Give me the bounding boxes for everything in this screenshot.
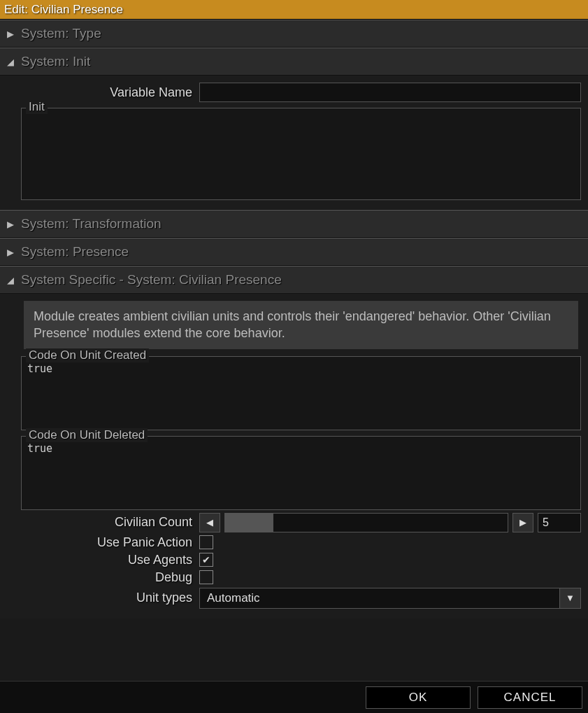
group-legend-code-deleted: Code On Unit Deleted	[26, 428, 148, 442]
group-legend-code-created: Code On Unit Created	[26, 348, 149, 362]
row-unit-types: Unit types Automatic ▼	[21, 588, 581, 609]
ok-button[interactable]: OK	[366, 686, 471, 709]
label-use-panic: Use Panic Action	[21, 535, 199, 550]
slider-fill	[225, 514, 273, 532]
slider-track[interactable]	[224, 513, 508, 532]
code-deleted-input[interactable]	[27, 442, 575, 501]
unit-types-dropdown[interactable]: Automatic ▼	[199, 588, 581, 609]
collapse-icon: ◢	[0, 57, 21, 67]
label-debug: Debug	[21, 570, 199, 585]
expand-icon: ▶	[0, 247, 21, 257]
row-variable-name: Variable Name	[21, 83, 581, 102]
use-panic-checkbox[interactable]	[199, 535, 213, 549]
variable-name-input[interactable]	[199, 83, 581, 102]
row-civilian-count: Civilian Count ◀ ▶	[21, 513, 581, 532]
section-header-presence[interactable]: ▶ System: Presence	[0, 238, 588, 266]
init-code-input[interactable]	[27, 114, 575, 191]
unit-types-value: Automatic	[199, 588, 560, 609]
label-unit-types: Unit types	[21, 591, 199, 605]
label-variable-name: Variable Name	[21, 85, 199, 100]
section-header-transformation[interactable]: ▶ System: Transformation	[0, 210, 588, 238]
slider-increment-button[interactable]: ▶	[512, 513, 533, 532]
slider-decrement-button[interactable]: ◀	[199, 513, 220, 532]
section-label-init: System: Init	[21, 54, 90, 69]
section-label-type: System: Type	[21, 26, 101, 41]
label-civilian-count: Civilian Count	[21, 515, 199, 530]
section-header-init[interactable]: ◢ System: Init	[0, 48, 588, 76]
section-label-transformation: System: Transformation	[21, 216, 162, 232]
section-label-presence: System: Presence	[21, 244, 129, 260]
section-label-specific: System Specific - System: Civilian Prese…	[21, 272, 282, 288]
group-code-created: Code On Unit Created	[21, 356, 581, 430]
label-use-agents: Use Agents	[21, 553, 199, 567]
civilian-count-slider: ◀ ▶	[199, 513, 581, 532]
window-title: Edit: Civilian Presence	[4, 3, 123, 17]
debug-checkbox[interactable]	[199, 570, 213, 584]
section-header-specific[interactable]: ◢ System Specific - System: Civilian Pre…	[0, 266, 588, 294]
row-use-agents: Use Agents ✔	[21, 553, 581, 567]
section-body-specific: Module creates ambient civilian units an…	[0, 294, 588, 619]
section-header-type[interactable]: ▶ System: Type	[0, 20, 588, 48]
window-titlebar: Edit: Civilian Presence	[0, 0, 588, 20]
chevron-down-icon[interactable]: ▼	[560, 588, 581, 609]
section-body-init: Variable Name Init	[0, 76, 588, 210]
expand-icon: ▶	[0, 219, 21, 230]
collapse-icon: ◢	[0, 275, 21, 285]
sections-container: ▶ System: Type ◢ System: Init Variable N…	[0, 20, 588, 681]
use-agents-checkbox[interactable]: ✔	[199, 553, 213, 567]
dialog-footer: OK CANCEL	[0, 681, 588, 713]
cancel-button[interactable]: CANCEL	[478, 686, 582, 709]
code-created-input[interactable]	[27, 362, 575, 421]
dialog-content: ▶ System: Type ◢ System: Init Variable N…	[0, 20, 588, 713]
group-legend-init: Init	[26, 100, 48, 114]
expand-icon: ▶	[0, 29, 21, 39]
civilian-count-input[interactable]	[538, 513, 581, 532]
row-debug: Debug	[21, 570, 581, 585]
group-code-deleted: Code On Unit Deleted	[21, 436, 581, 510]
group-init: Init	[21, 108, 581, 200]
module-description: Module creates ambient civilian units an…	[24, 301, 578, 349]
row-use-panic: Use Panic Action	[21, 535, 581, 550]
